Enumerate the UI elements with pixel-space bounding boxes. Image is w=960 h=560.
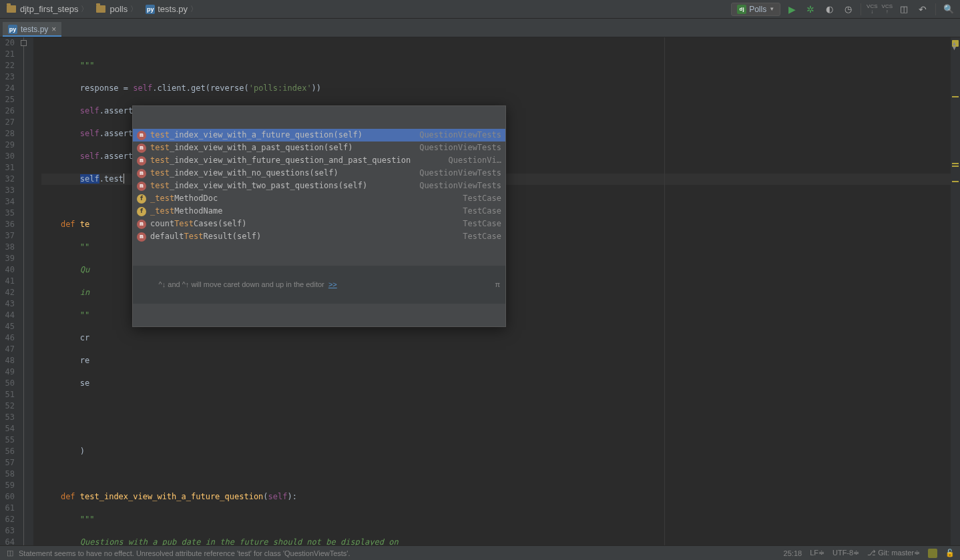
line-number: 52 (0, 400, 15, 412)
completion-item[interactable]: f_testMethodDocTestCase (133, 192, 505, 205)
breadcrumb-project[interactable]: djtp_first_steps 〉 (4, 3, 91, 15)
method-icon: m (137, 156, 146, 166)
line-number: 46 (0, 332, 15, 344)
completion-item-tail: QuestionViewTests (411, 180, 501, 192)
completion-item-tail: QuestionViewTests (411, 129, 501, 141)
editor-tabs: py tests.py × (0, 19, 960, 37)
line-number: 28 (0, 128, 15, 139)
completion-item[interactable]: mtest_index_view_with_a_past_question(se… (133, 142, 505, 154)
code-area[interactable]: """ response = self.client.get(reverse('… (33, 37, 951, 545)
file-encoding[interactable]: UTF-8≑ (832, 549, 859, 557)
run-with-coverage-button[interactable]: ◐ (822, 2, 836, 17)
right-margin-line (664, 37, 665, 545)
search-everywhere-button[interactable]: 🔍 (941, 2, 956, 17)
python-file-icon: py (146, 5, 155, 14)
completion-item-text: test_index_view_with_no_questions(self) (150, 168, 411, 179)
line-number: 35 (0, 208, 15, 219)
line-number: 47 (0, 344, 15, 355)
completion-item[interactable]: mtest_index_view_with_two_past_questions… (133, 180, 505, 192)
line-number: 63 (0, 525, 15, 537)
debug-button[interactable]: ✲ (803, 2, 818, 17)
navbar: djtp_first_steps 〉 polls 〉 py tests.py 〉… (0, 0, 960, 19)
completion-item-tail: TestCase (455, 193, 501, 204)
vcs-update-button[interactable]: VCS↓ (867, 4, 877, 15)
field-icon: f (137, 194, 146, 204)
separator (861, 3, 861, 15)
completion-item-text: _testMethodName (150, 206, 455, 217)
completion-item[interactable]: f_testMethodNameTestCase (133, 205, 505, 218)
folder-icon (7, 5, 16, 13)
line-number: 23 (0, 71, 15, 83)
tool-window-toggle-icon[interactable]: ◫ (5, 549, 15, 558)
completion-item-tail: TestCase (455, 218, 501, 230)
line-number: 60 (0, 491, 15, 503)
line-number: 55 (0, 435, 15, 446)
line-number: 25 (0, 94, 15, 105)
warning-marker[interactable] (952, 96, 959, 97)
line-separator[interactable]: LF≑ (810, 549, 824, 557)
fold-marker[interactable] (21, 40, 27, 46)
warning-marker[interactable] (952, 181, 959, 182)
editor: 2021222324252627282930313233343536373839… (0, 37, 960, 545)
completion-stats-icon[interactable]: π (495, 279, 500, 290)
hector-inspection-icon[interactable] (928, 549, 937, 558)
completion-item[interactable]: mtest_index_view_with_a_future_question(… (133, 129, 505, 142)
vcs-commit-button[interactable]: VCS↑ (882, 4, 893, 15)
status-message: Statement seems to have no effect. Unres… (19, 549, 350, 557)
line-number: 39 (0, 253, 15, 264)
line-number: 61 (0, 503, 15, 514)
line-number: 64 (0, 537, 15, 545)
chevron-right-icon: 〉 (81, 4, 88, 14)
folder-icon (96, 5, 105, 13)
line-number: 59 (0, 480, 15, 491)
run-configuration-selector[interactable]: dj Polls ▼ (731, 3, 780, 16)
breadcrumb-file[interactable]: py tests.py 〉 (143, 3, 200, 15)
completion-hint-link[interactable]: >> (328, 280, 337, 288)
line-number: 29 (0, 139, 15, 151)
method-icon: m (137, 182, 146, 191)
line-number: 57 (0, 457, 15, 469)
revert-button[interactable]: ↶ (915, 2, 930, 17)
completion-item[interactable]: mdefaultTestResult(self)TestCase (133, 230, 505, 243)
run-button[interactable]: ▶ (784, 2, 799, 17)
line-number: 45 (0, 321, 15, 332)
line-number: 21 (0, 49, 15, 60)
completion-item-tail: QuestionViewTests (411, 168, 501, 179)
field-icon: f (137, 207, 146, 216)
completion-item[interactable]: mtest_index_view_with_future_question_an… (133, 154, 505, 167)
tab-tests-py[interactable]: py tests.py × (3, 22, 61, 37)
warning-marker[interactable] (952, 166, 959, 167)
close-tab-icon[interactable]: × (51, 25, 56, 34)
marker-scrollbar[interactable]: ▲▼ (951, 37, 960, 545)
line-number: 34 (0, 196, 15, 208)
completion-item-text: defaultTestResult(self) (150, 231, 455, 242)
chevron-right-icon: 〉 (190, 4, 198, 14)
line-number: 51 (0, 389, 15, 400)
line-number-gutter: 2021222324252627282930313233343536373839… (0, 37, 19, 545)
vcs-history-button[interactable]: ◫ (897, 2, 911, 17)
line-number: 22 (0, 60, 15, 71)
line-number: 30 (0, 151, 15, 162)
profile-button[interactable]: ◷ (841, 2, 855, 17)
readonly-lock-icon[interactable]: 🔓 (945, 549, 955, 557)
line-number: 54 (0, 423, 15, 435)
line-number: 27 (0, 117, 15, 128)
line-number: 31 (0, 162, 15, 174)
line-number: 40 (0, 264, 15, 276)
completion-item-tail: TestCase (455, 206, 501, 217)
scroll-chevrons-icon: ▲▼ (951, 41, 957, 51)
breadcrumb-app[interactable]: polls 〉 (93, 3, 140, 15)
run-config-label: Polls (749, 5, 766, 14)
completion-item[interactable]: mcountTestCases(self)TestCase (133, 218, 505, 230)
completion-popup: mtest_index_view_with_a_future_question(… (132, 105, 506, 327)
breadcrumb-label: djtp_first_steps (20, 4, 78, 14)
line-number: 20 (0, 37, 15, 49)
line-number: 41 (0, 276, 15, 287)
git-branch[interactable]: ⎇ Git: master≑ (867, 549, 920, 557)
method-icon: m (137, 144, 146, 153)
method-icon: m (137, 131, 146, 140)
caret-position[interactable]: 25:18 (784, 549, 802, 557)
warning-marker[interactable] (952, 163, 959, 164)
chevron-down-icon: ▼ (769, 6, 774, 12)
completion-item[interactable]: mtest_index_view_with_no_questions(self)… (133, 167, 505, 180)
